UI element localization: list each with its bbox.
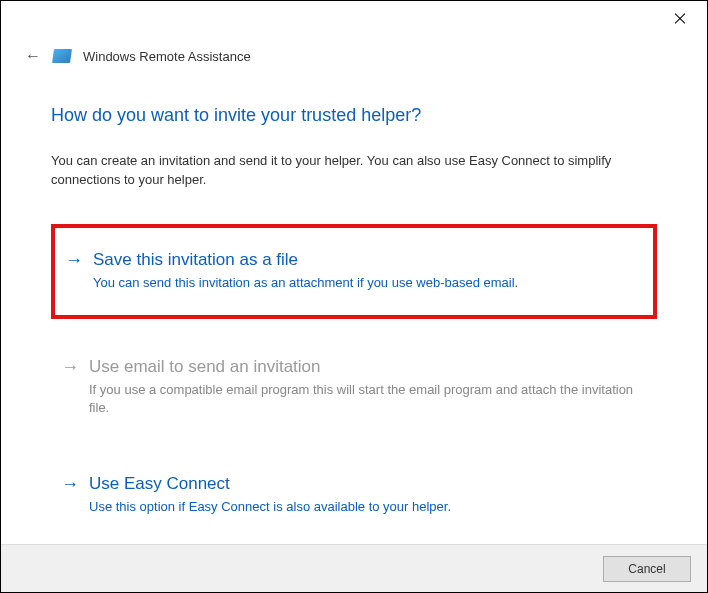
- option-title: Save this invitation as a file: [93, 250, 298, 270]
- page-heading: How do you want to invite your trusted h…: [51, 105, 657, 126]
- arrow-right-icon: →: [61, 358, 79, 376]
- app-title: Windows Remote Assistance: [83, 49, 251, 64]
- close-icon[interactable]: [673, 9, 691, 27]
- footer: Cancel: [1, 544, 707, 592]
- back-arrow-icon[interactable]: ←: [25, 47, 41, 65]
- option-email: → Use email to send an invitation If you…: [51, 345, 657, 435]
- arrow-right-icon: →: [61, 475, 79, 493]
- option-save-file[interactable]: → Save this invitation as a file You can…: [51, 224, 657, 319]
- option-title: Use email to send an invitation: [89, 357, 321, 377]
- option-easy-connect[interactable]: → Use Easy Connect Use this option if Ea…: [51, 462, 657, 533]
- content-area: How do you want to invite your trusted h…: [1, 65, 707, 533]
- option-description: You can send this invitation as an attac…: [93, 274, 637, 293]
- option-description: Use this option if Easy Connect is also …: [89, 498, 641, 517]
- option-head: → Use email to send an invitation: [61, 357, 641, 377]
- option-title: Use Easy Connect: [89, 474, 230, 494]
- intro-text: You can create an invitation and send it…: [51, 152, 657, 190]
- option-head: → Save this invitation as a file: [65, 250, 637, 270]
- cancel-button[interactable]: Cancel: [603, 556, 691, 582]
- arrow-right-icon: →: [65, 251, 83, 269]
- app-icon: [52, 49, 72, 63]
- option-description: If you use a compatible email program th…: [89, 381, 641, 419]
- header: ← Windows Remote Assistance: [1, 37, 707, 65]
- option-head: → Use Easy Connect: [61, 474, 641, 494]
- titlebar: [1, 1, 707, 37]
